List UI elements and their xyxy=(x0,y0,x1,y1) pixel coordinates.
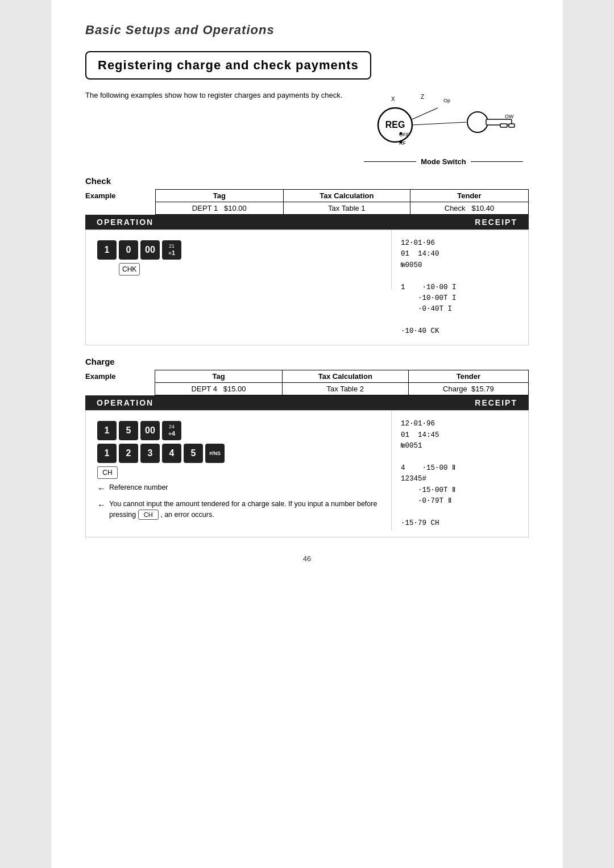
charge-row-empty xyxy=(85,383,155,395)
charge-example-table-wrap: Example Tag Tax Calculation Tender DEPT … xyxy=(85,370,529,395)
mode-switch-diagram: REG X Z Op OFF RF OW xyxy=(364,91,523,156)
check-example-table-wrap: Example Tag Tax Calculation Tender DEPT … xyxy=(85,189,529,215)
charge-key-row-2: 1 2 3 4 5 #/NS xyxy=(97,444,380,463)
charge-receipt-line-8: ·0·79T Ⅱ xyxy=(401,496,519,507)
key-00-check[interactable]: 00 xyxy=(140,240,160,260)
page: Basic Setups and Operations Registering … xyxy=(51,0,563,868)
check-example-header: Example xyxy=(85,190,155,202)
charge-receipt-line-5: 4 ·15·00 Ⅱ xyxy=(401,463,519,474)
intro-row: The following examples show how to regis… xyxy=(85,91,529,166)
svg-line-14 xyxy=(412,108,438,119)
check-tax: Tax Table 1 xyxy=(283,202,410,215)
chapter-title: Basic Setups and Operations xyxy=(85,23,529,37)
check-receipt-line-3: №0050 xyxy=(401,260,519,271)
charge-th-tag: Tag xyxy=(155,370,283,383)
key-5-charge[interactable]: 5 xyxy=(119,421,138,440)
check-table-row: DEPT 1 $10.00 Tax Table 1 Check $10.40 xyxy=(85,202,529,215)
key-2-charge[interactable]: 2 xyxy=(119,444,138,463)
key-1b-charge[interactable]: 1 xyxy=(97,444,117,463)
charge-receipt-line-6: 12345# xyxy=(401,474,519,485)
charge-th-tender: Tender xyxy=(408,370,528,383)
charge-example-table: Example Tag Tax Calculation Tender DEPT … xyxy=(85,370,529,395)
check-receipt-line-9: ·10·40 CK xyxy=(401,326,519,337)
check-operation-panel: 1 0 00 21 ÷1 CHK xyxy=(86,230,392,289)
check-section: Check Example Tag Tax Calculation Tender… xyxy=(85,176,529,345)
svg-rect-12 xyxy=(509,124,515,127)
key-frac-charge[interactable]: 24 ÷4 xyxy=(162,421,181,440)
charge-example-header: Example xyxy=(85,370,155,383)
check-op-receipt-header: OPERATION RECEIPT xyxy=(85,215,529,229)
charge-op-receipt-row: 1 5 00 24 ÷4 1 2 3 4 5 #/NS xyxy=(85,410,529,537)
mode-switch-area: REG X Z Op OFF RF OW xyxy=(358,91,529,166)
charge-receipt-line-1: 12·01·96 xyxy=(401,419,519,429)
intro-text: The following examples show how to regis… xyxy=(85,91,358,99)
charge-note-2-text: You cannot input the amount tendered for… xyxy=(109,499,380,520)
key-ch-charge[interactable]: CH xyxy=(97,466,118,479)
svg-text:Z: Z xyxy=(421,94,424,100)
section-title: Registering charge and check payments xyxy=(85,51,371,80)
check-receipt-line-2: 01 14:40 xyxy=(401,249,519,260)
mode-switch-text: Mode Switch xyxy=(416,157,470,166)
check-receipt-line-4 xyxy=(401,271,519,282)
charge-title: Charge xyxy=(85,357,529,366)
inline-ch-key: CH xyxy=(138,510,159,520)
key-1-check[interactable]: 1 xyxy=(97,240,117,260)
check-receipt-line-6: ·10·00T I xyxy=(401,293,519,304)
charge-key-row-3: CH xyxy=(97,466,380,479)
charge-receipt-line-9 xyxy=(401,507,519,518)
mode-switch-label: Mode Switch xyxy=(364,157,523,166)
charge-receipt-line-7: ·15·00T Ⅱ xyxy=(401,485,519,496)
charge-receipt-line-10: ·15·79 CH xyxy=(401,518,519,529)
page-number: 46 xyxy=(85,554,529,563)
svg-point-7 xyxy=(400,132,403,135)
arrow-icon-2: ← xyxy=(97,499,106,512)
charge-note-1: ← Reference number xyxy=(97,482,380,495)
key-5b-charge[interactable]: 5 xyxy=(184,444,203,463)
charge-op-label: OPERATION xyxy=(97,398,154,407)
key-chk[interactable]: CHK xyxy=(119,263,140,276)
check-row-empty xyxy=(85,202,155,215)
charge-receipt-line-4 xyxy=(401,452,519,463)
charge-note-1-text: Reference number xyxy=(109,482,168,493)
key-4-charge[interactable]: 4 xyxy=(162,444,181,463)
key-ns-charge[interactable]: #/NS xyxy=(205,444,225,463)
check-key-row-1: 1 0 00 21 ÷1 xyxy=(97,240,380,260)
check-receipt-line-8 xyxy=(401,315,519,326)
svg-point-9 xyxy=(467,112,488,132)
charge-receipt-line-2: 01 14:45 xyxy=(401,430,519,441)
key-frac-check[interactable]: 21 ÷1 xyxy=(162,240,181,260)
charge-key-row-1: 1 5 00 24 ÷4 xyxy=(97,421,380,440)
arrow-icon-1: ← xyxy=(97,482,106,495)
check-dept: DEPT 1 $10.00 xyxy=(155,202,283,215)
check-th-tender: Tender xyxy=(410,190,528,202)
check-receipt-line-7: ·0·40T I xyxy=(401,304,519,315)
key-3-charge[interactable]: 3 xyxy=(140,444,160,463)
check-receipt-label: RECEIPT xyxy=(475,218,517,227)
check-example-table: Example Tag Tax Calculation Tender DEPT … xyxy=(85,189,529,215)
check-op-receipt-row: 1 0 00 21 ÷1 CHK 12·01·96 01 14:40 №00 xyxy=(85,229,529,345)
charge-op-receipt-header: OPERATION RECEIPT xyxy=(85,395,529,410)
check-op-label: OPERATION xyxy=(97,218,154,227)
charge-tender: Charge $15.79 xyxy=(408,383,528,395)
charge-receipt-panel: 12·01·96 01 14:45 №0051 4 ·15·00 Ⅱ 12345… xyxy=(392,411,528,537)
charge-receipt-label: RECEIPT xyxy=(475,398,517,407)
check-receipt-panel: 12·01·96 01 14:40 №0050 1 ·10·00 I ·10·0… xyxy=(392,230,528,345)
svg-rect-10 xyxy=(486,119,512,125)
charge-tax: Tax Table 2 xyxy=(282,383,408,395)
check-key-row-2: CHK xyxy=(97,263,380,276)
charge-section: Charge Example Tag Tax Calculation Tende… xyxy=(85,357,529,537)
check-tender: Check $10.40 xyxy=(410,202,528,215)
key-00-charge[interactable]: 00 xyxy=(140,421,160,440)
check-th-tag: Tag xyxy=(155,190,283,202)
charge-table-row: DEPT 4 $15.00 Tax Table 2 Charge $15.79 xyxy=(85,383,529,395)
key-1-charge[interactable]: 1 xyxy=(97,421,117,440)
key-0-check[interactable]: 0 xyxy=(119,240,138,260)
charge-dept: DEPT 4 $15.00 xyxy=(155,383,283,395)
svg-text:REG: REG xyxy=(385,120,405,130)
svg-rect-11 xyxy=(500,124,507,127)
svg-text:X: X xyxy=(391,96,395,102)
check-receipt-line-5: 1 ·10·00 I xyxy=(401,282,519,293)
svg-text:Op: Op xyxy=(443,98,450,103)
charge-th-tax: Tax Calculation xyxy=(282,370,408,383)
check-receipt-line-1: 12·01·96 xyxy=(401,238,519,249)
